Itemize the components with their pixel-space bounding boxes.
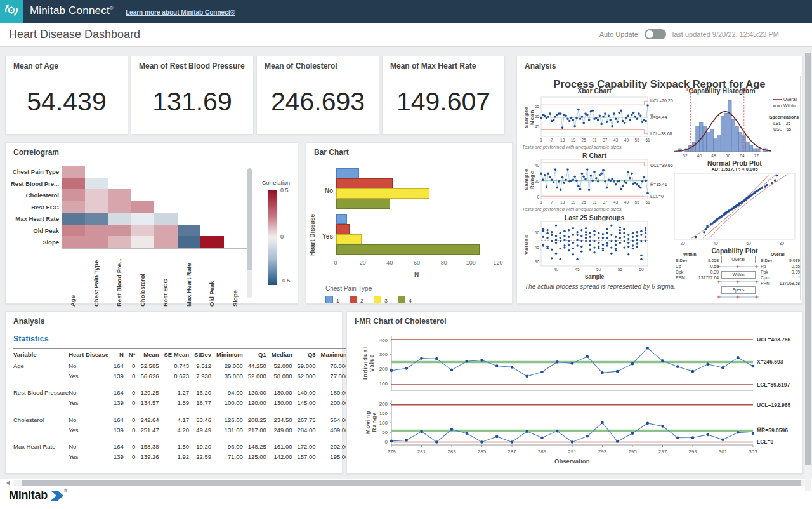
- subgroup-point[interactable]: [602, 237, 604, 239]
- data-point[interactable]: [613, 112, 615, 115]
- subgroup-point[interactable]: [546, 237, 548, 239]
- subgroup-point[interactable]: [610, 240, 612, 242]
- data-point[interactable]: [634, 116, 637, 118]
- data-point[interactable]: [586, 435, 589, 438]
- subgroup-point[interactable]: [627, 238, 629, 240]
- subgroup-point[interactable]: [580, 229, 582, 231]
- subgroup-point[interactable]: [610, 253, 612, 255]
- heatmap-cell[interactable]: [85, 236, 108, 248]
- data-point[interactable]: [595, 117, 598, 119]
- subgroup-point[interactable]: [632, 236, 634, 238]
- data-point[interactable]: [638, 185, 640, 187]
- subgroup-point[interactable]: [632, 248, 634, 249]
- data-point[interactable]: [586, 114, 589, 116]
- subgroup-point[interactable]: [563, 235, 565, 237]
- subgroup-point[interactable]: [576, 258, 578, 260]
- data-point[interactable]: [588, 189, 591, 192]
- data-point[interactable]: [661, 425, 664, 428]
- data-point[interactable]: [606, 187, 608, 189]
- data-point[interactable]: [613, 180, 615, 183]
- subgroup-point[interactable]: [551, 257, 553, 259]
- subgroup-point[interactable]: [585, 227, 587, 229]
- subgroup-point[interactable]: [576, 239, 578, 241]
- bar-yes-cpt4[interactable]: [336, 244, 480, 255]
- subgroup-point[interactable]: [615, 248, 617, 249]
- subgroup-point[interactable]: [602, 248, 604, 249]
- histogram-bar[interactable]: [731, 119, 735, 152]
- data-point[interactable]: [540, 371, 544, 374]
- data-point[interactable]: [641, 180, 644, 183]
- data-point[interactable]: [631, 114, 633, 116]
- data-point[interactable]: [511, 366, 514, 369]
- data-point[interactable]: [495, 435, 499, 439]
- subgroup-point[interactable]: [623, 246, 625, 248]
- data-point[interactable]: [636, 117, 638, 120]
- data-point[interactable]: [544, 174, 546, 176]
- data-point[interactable]: [631, 362, 634, 366]
- subgroup-point[interactable]: [546, 246, 548, 248]
- subgroup-point[interactable]: [610, 224, 612, 226]
- subgroup-point[interactable]: [589, 240, 591, 242]
- data-point[interactable]: [570, 117, 573, 119]
- subgroup-point[interactable]: [636, 231, 638, 233]
- subgroup-point[interactable]: [598, 242, 599, 244]
- bar-yes-cpt1[interactable]: [336, 214, 347, 224]
- subgroup-point[interactable]: [585, 237, 587, 239]
- subgroup-point[interactable]: [555, 224, 557, 226]
- subgroup-point[interactable]: [606, 237, 608, 239]
- data-point[interactable]: [556, 187, 558, 189]
- heatmap-cell[interactable]: [62, 225, 85, 237]
- subgroup-point[interactable]: [636, 239, 638, 241]
- data-point[interactable]: [405, 439, 408, 442]
- data-point[interactable]: [566, 168, 569, 171]
- data-point[interactable]: [624, 180, 626, 183]
- data-point[interactable]: [525, 430, 528, 433]
- data-point[interactable]: [565, 115, 567, 117]
- bar-no-cpt1[interactable]: [336, 168, 359, 178]
- vertical-scroll-thumb[interactable]: [805, 53, 811, 465]
- subgroup-point[interactable]: [555, 242, 557, 244]
- subgroup-point[interactable]: [640, 258, 642, 260]
- subgroup-point[interactable]: [572, 242, 574, 244]
- data-point[interactable]: [584, 178, 587, 180]
- subgroup-point[interactable]: [576, 234, 578, 236]
- data-point[interactable]: [547, 116, 549, 118]
- subgroup-point[interactable]: [610, 246, 612, 248]
- subgroup-point[interactable]: [593, 240, 595, 242]
- subgroup-point[interactable]: [627, 234, 629, 236]
- data-point[interactable]: [591, 109, 594, 112]
- data-point[interactable]: [620, 109, 622, 112]
- data-point[interactable]: [465, 432, 468, 435]
- histogram-bar[interactable]: [696, 126, 700, 152]
- data-point[interactable]: [602, 169, 605, 172]
- data-point[interactable]: [608, 115, 610, 117]
- subgroup-point[interactable]: [551, 240, 553, 242]
- subgroup-point[interactable]: [606, 242, 608, 244]
- data-point[interactable]: [554, 168, 557, 171]
- data-point[interactable]: [561, 126, 564, 129]
- subgroup-point[interactable]: [645, 240, 646, 242]
- data-point[interactable]: [586, 355, 589, 359]
- data-point[interactable]: [544, 115, 546, 117]
- data-point[interactable]: [622, 120, 624, 122]
- subgroup-point[interactable]: [542, 228, 544, 230]
- data-point[interactable]: [551, 178, 553, 181]
- subgroup-point[interactable]: [619, 237, 621, 239]
- histogram-bar[interactable]: [735, 126, 739, 152]
- page-vertical-scrollbar[interactable]: [805, 52, 811, 491]
- subgroup-point[interactable]: [560, 248, 561, 249]
- data-point[interactable]: [629, 119, 631, 121]
- data-point[interactable]: [721, 438, 724, 441]
- data-point[interactable]: [632, 112, 635, 114]
- heatmap-cell[interactable]: [62, 201, 85, 213]
- data-point[interactable]: [405, 367, 408, 370]
- data-point[interactable]: [721, 366, 724, 369]
- data-point[interactable]: [643, 176, 646, 179]
- subgroup-point[interactable]: [546, 248, 548, 249]
- heatmap-cell[interactable]: [85, 201, 108, 213]
- subgroup-point[interactable]: [560, 240, 561, 242]
- correlogram-scrollbar[interactable]: [247, 168, 252, 298]
- heatmap-cell[interactable]: [85, 189, 108, 201]
- data-point[interactable]: [540, 173, 542, 175]
- data-point[interactable]: [631, 173, 633, 175]
